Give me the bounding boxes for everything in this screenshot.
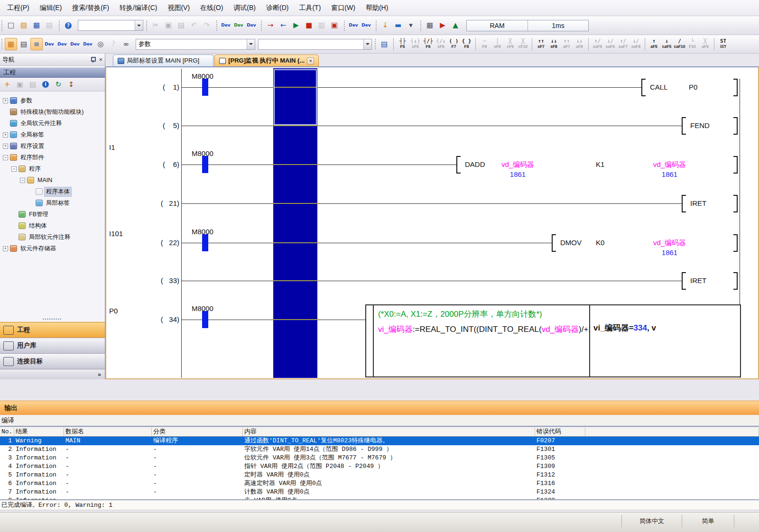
combo-arrow-icon[interactable] [363, 39, 371, 49]
instruction-dmov[interactable]: DMOV [560, 238, 582, 247]
undo-icon[interactable]: ↶ [188, 19, 200, 32]
tree-item[interactable]: − 程序 [0, 163, 105, 174]
st-inline-button[interactable]: STiST [717, 36, 730, 51]
tree-item[interactable]: 程序本体 [0, 186, 105, 197]
instruction-operand[interactable]: P0 [689, 83, 697, 91]
ladder-symbol-button[interactable]: ↑∕saF5 [591, 36, 604, 51]
tree-expand-toggle[interactable]: + [3, 144, 8, 149]
view-button[interactable]: 连接目标 [0, 353, 105, 369]
menu-item[interactable]: 在线(O) [195, 1, 228, 15]
toolbar-overflow-icon[interactable]: ▾ [405, 19, 417, 32]
ladder-symbol-button[interactable]: ┤/↓sF6 [435, 36, 447, 51]
instruction-operand-label[interactable]: vd_编码器 [638, 238, 702, 248]
tree-item[interactable]: + 软元件存储器 [0, 243, 105, 254]
intelligent-module-monitor-icon[interactable]: ▦ [424, 19, 436, 32]
editor-tab[interactable]: 局部标签设置 MAIN [PRG] [113, 55, 213, 66]
tree-item[interactable]: + 程序设置 [0, 140, 105, 152]
tree-item[interactable]: + 全局标签 [0, 129, 105, 140]
ladder-symbol-button[interactable]: ↓caF5 [660, 36, 673, 51]
ladder-symbol-button[interactable]: ↑aF5 [648, 36, 660, 51]
tree-item[interactable]: 全局软元件注释 [0, 118, 105, 129]
pin-icon[interactable] [90, 56, 96, 63]
output-panel-header[interactable]: 输出 [0, 401, 759, 415]
module-configuration-icon[interactable]: ▤ [18, 38, 30, 50]
contact-m8000[interactable] [202, 234, 208, 251]
combo-arrow-icon[interactable] [135, 20, 143, 30]
run-mode-icon[interactable]: ▶ [436, 19, 449, 32]
device-batch-monitor-icon[interactable]: Dev [220, 19, 232, 32]
new-data-icon[interactable]: + [1, 79, 13, 90]
table-row[interactable]: 3 Information - - 位软元件 VAR用 使用3点（范围 M767… [0, 454, 759, 462]
device-replace-icon[interactable]: Dev [360, 19, 372, 32]
instruction-fend[interactable]: FEND [690, 121, 710, 129]
ladder-symbol-button[interactable]: │sF9 [491, 36, 504, 51]
menu-item[interactable]: 转换/编译(C) [114, 1, 162, 15]
tree-item[interactable]: 局部标签 [0, 197, 105, 209]
tab-close-icon[interactable]: × [307, 57, 314, 64]
ladder-symbol-button[interactable]: ┤↓├sF5 [409, 36, 422, 51]
tree-expand-toggle[interactable]: − [3, 155, 8, 160]
tree-expand-toggle[interactable]: + [3, 98, 8, 103]
menu-item[interactable]: 帮助(H) [361, 1, 393, 15]
instruction-operand-label[interactable]: vd_编码器 [638, 160, 702, 169]
memory-clear-icon[interactable]: ▣ [328, 19, 341, 32]
transfer-setup-icon[interactable]: ↓ [379, 19, 391, 32]
tree-item[interactable]: − MAIN [0, 174, 105, 186]
instruction-operand[interactable]: K0 [596, 238, 604, 247]
ladder-symbol-button[interactable]: ↑↑aF7 [560, 36, 573, 51]
tree-item[interactable]: 特殊模块(智能功能模块) [0, 106, 105, 118]
combo-arrow-icon[interactable] [247, 39, 255, 49]
editor-tab[interactable]: [PRG]监视 执行中 MAIN (... × [214, 55, 319, 66]
ladder-symbol-button[interactable]: ╳aF9 [699, 36, 712, 51]
ladder-symbol-button[interactable]: ↓∕saF8 [629, 36, 642, 51]
splitter-grip[interactable]: ▪▪▪▪▪▪▪▪▪ [0, 317, 105, 322]
document-check-icon[interactable]: ▤ [378, 38, 390, 50]
cross-reference-icon[interactable]: ∞ [120, 38, 132, 50]
device-find-icon[interactable]: Dev [347, 19, 360, 32]
view-button[interactable]: 工程 [0, 322, 105, 338]
contact-m8000[interactable] [202, 79, 208, 96]
menu-item[interactable]: 搜索/替换(F) [67, 1, 114, 15]
monitor-start-icon[interactable]: ▶ [290, 19, 302, 32]
open-project-icon[interactable]: ▨ [18, 19, 30, 32]
sort-data-icon[interactable]: ↕ [65, 79, 77, 90]
ladder-symbol-button[interactable]: ↑∕saF7 [617, 36, 629, 51]
refresh-view-icon[interactable]: ↻ [53, 79, 64, 90]
table-row[interactable]: 2 Information - - 字软元件 VAR用 使用14点（范围 D98… [0, 445, 759, 454]
tree-expand-toggle[interactable]: − [20, 178, 25, 183]
redo-icon[interactable]: ↷ [201, 19, 213, 32]
view-more-button[interactable]: » [0, 369, 105, 379]
table-row[interactable]: 4 Information - - 指针 VAR用 使用2点（范围 P2048 … [0, 462, 759, 471]
cut-icon[interactable]: ✂ [149, 19, 162, 32]
copy-icon[interactable]: ▣ [162, 19, 175, 32]
instruction-iret[interactable]: IRET [690, 199, 706, 207]
menu-item[interactable]: 窗口(W) [326, 1, 361, 15]
instruction-call[interactable]: CALL [650, 83, 668, 91]
ladder-symbol-button[interactable]: ─F9 [478, 36, 491, 51]
table-row[interactable]: 7 Information - - 计数器 VAR用 使用0点 F1324 [0, 488, 759, 496]
device-display-icon[interactable]: Dev [82, 38, 94, 50]
view-button[interactable]: 用户库 [0, 338, 105, 353]
monitor-stop-icon[interactable]: ■ [303, 19, 315, 32]
tree-item[interactable]: − 程序部件 [0, 152, 105, 163]
context-help-icon[interactable]: ? [107, 38, 120, 50]
paste-data-icon[interactable]: ▤ [27, 79, 38, 90]
tree-expand-toggle[interactable]: + [3, 132, 8, 138]
st-code-area[interactable]: (*X0:=A, X1:=Z，2000P分辨率，单方向计数*) vi_编码器:=… [374, 305, 589, 376]
tree-item[interactable]: 结构体 [0, 220, 105, 231]
table-row[interactable]: 6 Information - - 高速定时器 VAR用 使用0点 F1316 [0, 479, 759, 488]
program-parts-list-icon[interactable]: ≡ [30, 38, 43, 50]
menu-item[interactable]: 视图(V) [162, 1, 195, 15]
ladder-canvas[interactable]: I1 I101 P0 ( 1) ( 5) ( 6) ( 21) ( 22) ( … [105, 66, 759, 379]
device-test-icon[interactable]: Dev [245, 19, 258, 32]
tree-item[interactable]: 局部软元件注释 [0, 231, 105, 243]
ladder-symbol-button[interactable]: └F10 [686, 36, 699, 51]
ladder-symbol-button[interactable]: ↓↓sF8 [547, 36, 560, 51]
ladder-symbol-button[interactable]: ↑↑sF7 [535, 36, 547, 51]
data-kind-combo[interactable]: 参数 [136, 39, 255, 50]
table-row[interactable]: 5 Information - - 定时器 VAR用 使用0点 F1312 [0, 471, 759, 479]
contact-m8000[interactable] [202, 311, 208, 328]
print-icon[interactable]: ▤ [43, 19, 56, 32]
navigation-toggle-icon[interactable]: ▦ [5, 38, 17, 50]
verify-with-plc-icon[interactable]: ▥ [315, 19, 328, 32]
